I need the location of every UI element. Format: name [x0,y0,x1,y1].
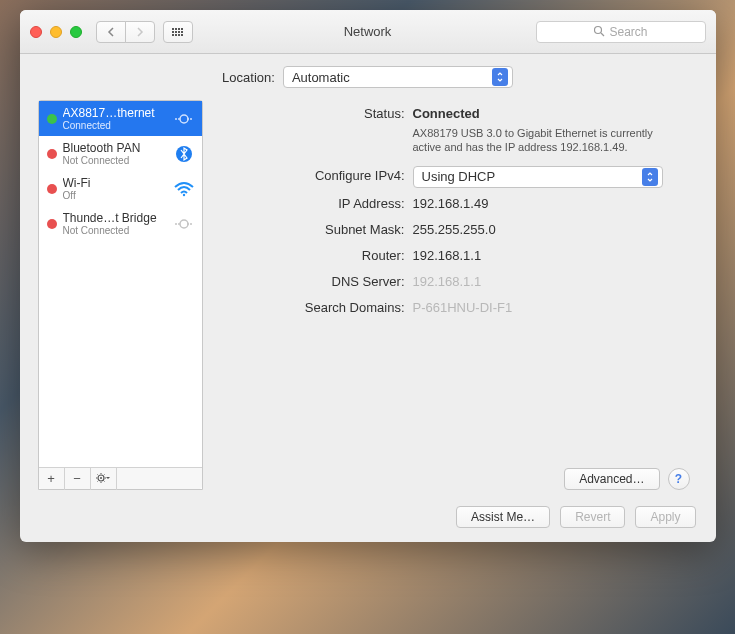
dns-server-value: 192.168.1.1 [413,272,688,292]
service-status: Off [63,190,166,201]
location-row: Location: Automatic [38,66,698,88]
help-button[interactable]: ? [668,468,690,490]
bluetooth-icon [172,145,196,163]
ethernet-gray-icon [172,215,196,233]
status-dot-icon [47,149,57,159]
search-input[interactable]: Search [536,21,706,43]
titlebar: Network Search [20,10,716,54]
ethernet-icon [172,110,196,128]
remove-service-button[interactable]: − [65,468,91,490]
status-dot-icon [47,219,57,229]
ip-address-value: 192.168.1.49 [413,194,688,214]
forward-button[interactable] [125,21,155,43]
search-placeholder: Search [609,25,647,39]
service-status: Not Connected [63,155,166,166]
configure-ipv4-label: Configure IPv4: [253,166,413,188]
service-list-body: AX8817…thernet Connected Bluetooth PAN N… [39,101,202,467]
configure-ipv4-popup[interactable]: Using DHCP [413,166,663,188]
wifi-icon [172,180,196,198]
svg-point-7 [100,477,102,479]
location-value: Automatic [292,70,350,85]
network-preferences-window: Network Search Location: Automatic [20,10,716,542]
service-name: Bluetooth PAN [63,141,166,155]
revert-button[interactable]: Revert [560,506,625,528]
footer-buttons: Assist Me… Revert Apply [38,506,696,528]
service-list: AX8817…thernet Connected Bluetooth PAN N… [38,100,203,490]
back-button[interactable] [96,21,126,43]
subnet-mask-value: 255.255.255.0 [413,220,688,240]
service-item-thunderbolt-bridge[interactable]: Thunde…t Bridge Not Connected [39,206,202,241]
apply-button[interactable]: Apply [635,506,695,528]
status-value: Connected [413,104,688,124]
fullscreen-window-button[interactable] [70,26,82,38]
status-label: Status: [253,104,413,154]
service-name: Wi-Fi [63,176,166,190]
popup-arrows-icon [642,168,658,186]
traffic-lights [30,26,82,38]
status-dot-icon [47,184,57,194]
advanced-button[interactable]: Advanced… [564,468,659,490]
dns-server-label: DNS Server: [253,272,413,292]
router-label: Router: [253,246,413,266]
service-item-wifi[interactable]: Wi-Fi Off [39,171,202,206]
service-list-footer: + − [39,467,202,489]
ip-address-label: IP Address: [253,194,413,214]
status-dot-icon [47,114,57,124]
svg-line-1 [601,33,604,36]
search-domains-label: Search Domains: [253,298,413,318]
service-item-bluetooth-pan[interactable]: Bluetooth PAN Not Connected [39,136,202,171]
assist-me-button[interactable]: Assist Me… [456,506,550,528]
content: Location: Automatic AX8817…thernet Conne… [20,54,716,542]
svg-point-0 [595,26,602,33]
service-name: AX8817…thernet [63,106,166,120]
location-label: Location: [222,70,275,85]
add-service-button[interactable]: + [39,468,65,490]
svg-point-2 [180,115,188,123]
service-item-ethernet[interactable]: AX8817…thernet Connected [39,101,202,136]
service-actions-menu[interactable] [91,468,117,490]
search-icon [593,25,605,39]
service-status: Connected [63,120,166,131]
minimize-window-button[interactable] [50,26,62,38]
service-name: Thunde…t Bridge [63,211,166,225]
configure-ipv4-value: Using DHCP [422,167,496,187]
search-domains-value: P-661HNU-DI-F1 [413,298,688,318]
show-all-button[interactable] [163,21,193,43]
subnet-mask-label: Subnet Mask: [253,220,413,240]
grid-icon [172,28,183,36]
router-value: 192.168.1.1 [413,246,688,266]
location-popup[interactable]: Automatic [283,66,513,88]
detail-pane: Status: Connected AX88179 USB 3.0 to Gig… [213,100,698,490]
close-window-button[interactable] [30,26,42,38]
navigation-buttons [96,21,155,43]
service-status: Not Connected [63,225,166,236]
panels: AX8817…thernet Connected Bluetooth PAN N… [38,100,698,490]
svg-point-5 [180,220,188,228]
svg-point-4 [182,193,184,195]
status-description: AX88179 USB 3.0 to Gigabit Ethernet is c… [413,126,673,154]
popup-arrows-icon [492,68,508,86]
